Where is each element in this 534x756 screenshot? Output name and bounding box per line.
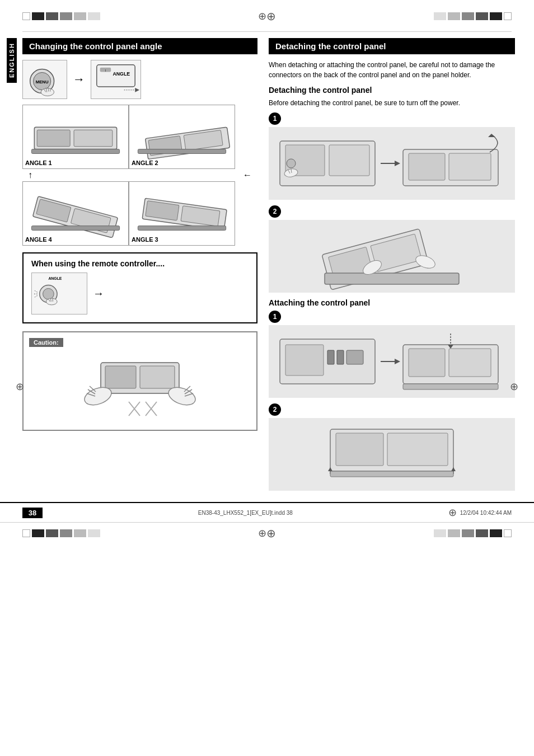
svg-rect-83 xyxy=(409,349,445,377)
crosshair-center: ⊕ xyxy=(261,10,273,22)
attach-step-2: 2 xyxy=(269,403,515,491)
remote-angle-illus: ANGLE xyxy=(31,273,87,314)
angle-grid: ANGLE 1 ↓ ANGLE xyxy=(22,105,257,246)
svg-marker-64 xyxy=(395,161,400,166)
svg-text:ANGLE: ANGLE xyxy=(48,276,62,280)
svg-rect-90 xyxy=(387,433,448,466)
attach-step1-image xyxy=(269,325,515,398)
menu-button-illus: MENU xyxy=(22,60,67,99)
svg-text:I: I xyxy=(105,69,106,72)
svg-rect-67 xyxy=(449,153,491,180)
svg-rect-15 xyxy=(37,130,70,146)
svg-text:MENU: MENU xyxy=(36,79,49,84)
svg-point-3 xyxy=(41,88,54,96)
svg-point-59 xyxy=(287,159,296,168)
arrow-icon: → xyxy=(73,72,85,87)
detach-step-1: 1 xyxy=(269,112,515,200)
detach-intro-text: When detaching or attaching the control … xyxy=(269,60,515,80)
svg-rect-79 xyxy=(346,350,363,364)
svg-point-34 xyxy=(46,298,57,305)
svg-rect-85 xyxy=(403,384,498,389)
svg-rect-66 xyxy=(409,153,445,180)
svg-marker-13 xyxy=(135,88,139,92)
svg-rect-76 xyxy=(285,345,324,375)
right-section-title: Detaching the control panel xyxy=(269,38,515,54)
svg-rect-58 xyxy=(329,145,369,176)
svg-rect-18 xyxy=(31,149,119,154)
attach-step-1-circle: 1 xyxy=(269,311,281,323)
detach-step2-image xyxy=(269,220,515,293)
remote-controller-box: When using the remote controller.... ANG… xyxy=(22,252,257,323)
angle3-cell: ANGLE 3 xyxy=(129,181,235,246)
svg-point-33 xyxy=(43,288,54,299)
detach-subtitle: Detaching the control panel xyxy=(269,86,515,95)
step-2-circle: 2 xyxy=(269,205,281,218)
language-label: ENGLISH xyxy=(7,38,17,83)
svg-text:ANGLE: ANGLE xyxy=(113,71,130,77)
detach-step-2: 2 xyxy=(269,205,515,293)
angle4-cell: ANGLE 4 xyxy=(22,181,129,246)
svg-rect-72 xyxy=(325,273,459,284)
attach-step2-image xyxy=(269,418,515,491)
svg-rect-95 xyxy=(330,471,453,477)
page-number: 38 xyxy=(22,508,43,518)
footer-date: 12/2/04 10:42:44 AM xyxy=(460,510,512,516)
svg-rect-89 xyxy=(336,433,383,466)
caution-box: Caution: xyxy=(22,331,257,431)
svg-rect-30 xyxy=(138,226,226,231)
step-1-circle: 1 xyxy=(269,112,281,125)
left-section-title: Changing the control panel angle xyxy=(22,38,257,54)
svg-rect-26 xyxy=(31,226,119,231)
svg-rect-43 xyxy=(140,366,175,388)
svg-line-40 xyxy=(35,295,38,297)
svg-rect-78 xyxy=(337,350,344,364)
angle1-cell: ANGLE 1 xyxy=(22,105,129,169)
footer: 38 EN38-43_LHX552_1[EX_EU]t.indd 38 ⊕ 12… xyxy=(0,502,534,522)
detach-body-text: Before detaching the control panel, be s… xyxy=(269,98,515,108)
detach-step1-image xyxy=(269,127,515,200)
svg-rect-16 xyxy=(74,130,113,146)
svg-line-38 xyxy=(35,290,38,292)
svg-marker-68 xyxy=(488,134,495,137)
svg-rect-77 xyxy=(327,350,334,364)
angle-button-illus: I ANGLE xyxy=(91,60,141,99)
svg-marker-81 xyxy=(395,359,400,364)
attach-step-2-circle: 2 xyxy=(269,403,281,416)
right-crosshair: ⊕ xyxy=(510,381,518,393)
caution-illus xyxy=(29,351,251,424)
angle2-cell: ANGLE 2 xyxy=(129,105,235,169)
attach-step-1: 1 xyxy=(269,311,515,398)
svg-rect-22 xyxy=(138,149,226,154)
svg-rect-42 xyxy=(105,366,136,388)
left-crosshair: ⊕ xyxy=(16,381,24,393)
attach-subtitle: Attaching the control panel xyxy=(269,298,515,307)
remote-box-title: When using the remote controller.... xyxy=(31,259,249,268)
caution-label: Caution: xyxy=(29,338,63,347)
footer-filename: EN38-43_LHX552_1[EX_EU]t.indd 38 xyxy=(198,510,293,516)
svg-rect-84 xyxy=(449,349,491,377)
